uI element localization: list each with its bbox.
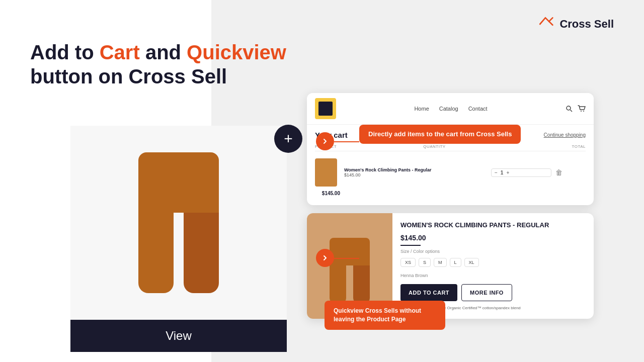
store-icons <box>566 105 586 112</box>
svg-point-2 <box>581 111 582 112</box>
product-image-container <box>70 126 287 320</box>
quickview-buttons: ADD TO CART MORE INFO <box>400 284 586 301</box>
callout-top: Directly add items to the cart from Cros… <box>359 125 521 144</box>
cart-card: Home Catalog Contact Your cart Continue … <box>307 93 594 205</box>
quickview-price: $145.00 <box>400 234 586 242</box>
qty-number: 1 <box>501 170 504 175</box>
logo-text: Cross Sell <box>559 18 614 31</box>
size-m[interactable]: M <box>434 258 447 267</box>
delete-icon[interactable]: 🗑 <box>555 168 586 176</box>
size-xs[interactable]: XS <box>400 258 416 267</box>
headline-line2: button on Cross Sell <box>30 64 286 88</box>
quickview-divider <box>400 245 421 246</box>
qty-plus[interactable]: + <box>506 170 509 175</box>
store-nav: Home Catalog Contact <box>414 106 487 112</box>
plus-icon: + <box>274 125 302 153</box>
cart-item-thumbnail <box>315 158 337 187</box>
store-header: Home Catalog Contact <box>307 93 594 125</box>
col-quantity: QUANTITY <box>423 144 531 149</box>
svg-line-1 <box>571 110 573 112</box>
view-button[interactable]: View <box>70 320 287 352</box>
product-panel: View <box>70 126 287 352</box>
pants-leg-right <box>184 213 219 293</box>
col-total: TOTAL <box>531 144 586 149</box>
cross-sell-icon <box>536 15 554 33</box>
cart-item-price: $145.00 <box>344 172 487 177</box>
arrow-bottom-button[interactable] <box>316 249 334 267</box>
callout-bottom: Quickview Cross Sells without leaving th… <box>325 301 445 330</box>
add-to-cart-button[interactable]: ADD TO CART <box>400 284 457 301</box>
connector-line-bottom <box>334 258 359 259</box>
store-logo-inner <box>318 102 333 116</box>
quickview-size-row: XS S M L XL <box>400 258 586 267</box>
cart-item-total: $145.00 <box>315 191 340 196</box>
color-label-text: Henna Brown <box>400 273 428 278</box>
cart-item-info: Women's Rock Climbing Pants - Regular $1… <box>344 167 487 177</box>
qty-minus[interactable]: − <box>495 170 498 175</box>
cart-item-name: Women's Rock Climbing Pants - Regular <box>344 167 487 172</box>
pants-leg-left <box>138 213 174 293</box>
size-s[interactable]: S <box>419 258 431 267</box>
continue-shopping-link[interactable]: Continue shopping <box>544 132 586 138</box>
more-info-button[interactable]: MORE INFO <box>461 284 512 301</box>
quantity-control[interactable]: − 1 + <box>491 168 551 177</box>
size-xl[interactable]: XL <box>464 258 479 267</box>
store-logo <box>315 98 336 119</box>
size-l[interactable]: L <box>450 258 461 267</box>
quickview-color-row: Henna Brown <box>400 273 586 278</box>
headline: Add to Cart and Quickview button on Cros… <box>30 40 286 88</box>
quickview-pants <box>327 238 372 303</box>
nav-catalog[interactable]: Catalog <box>439 106 458 112</box>
cart-icon[interactable] <box>578 105 586 112</box>
logo-area: Cross Sell <box>536 15 614 33</box>
quickview-product-name: WOMEN'S ROCK CLIMBING PANTS - REGULAR <box>400 221 586 230</box>
cart-table-header: PRODUCT QUANTITY TOTAL <box>315 144 586 151</box>
connector-line-top <box>334 141 359 142</box>
svg-point-0 <box>567 106 571 110</box>
arrow-top-button[interactable] <box>316 132 334 150</box>
nav-contact[interactable]: Contact <box>468 106 488 112</box>
quickview-options-label: Size / Color options <box>400 249 586 254</box>
pants-waist <box>138 152 219 213</box>
headline-line1: Add to Cart and Quickview <box>30 40 286 64</box>
pants-image <box>133 152 224 293</box>
nav-home[interactable]: Home <box>414 106 429 112</box>
search-icon[interactable] <box>566 105 573 112</box>
svg-point-3 <box>583 111 584 112</box>
cart-item-row: Women's Rock Climbing Pants - Regular $1… <box>315 155 586 199</box>
